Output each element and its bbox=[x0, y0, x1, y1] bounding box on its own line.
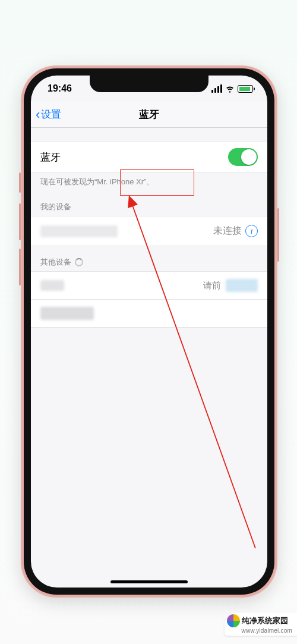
signal-icon bbox=[211, 84, 222, 93]
phone-notch bbox=[90, 76, 208, 92]
watermark-name: 纯净系统家园 bbox=[242, 615, 288, 626]
other-device-hint: 请前 bbox=[203, 280, 221, 291]
device-status: 未连接 bbox=[213, 225, 242, 237]
status-time: 19:46 bbox=[48, 83, 72, 94]
spinner-icon bbox=[75, 258, 83, 266]
info-icon[interactable]: i bbox=[245, 225, 258, 237]
phone-device-frame: 19:46 ‹ 设置 蓝牙 bbox=[21, 65, 277, 598]
watermark-badge: 纯净系统家园 www.yidaimei.com bbox=[225, 612, 297, 636]
blurred-chip bbox=[226, 279, 258, 292]
watermark-url: www.yidaimei.com bbox=[242, 627, 292, 634]
device-row[interactable]: 未连接 i bbox=[31, 216, 267, 246]
other-device-row[interactable]: 请前 bbox=[31, 271, 267, 300]
wifi-icon bbox=[225, 84, 235, 93]
device-name-blurred bbox=[40, 225, 118, 237]
bluetooth-switch[interactable] bbox=[228, 148, 258, 166]
home-indicator bbox=[110, 580, 188, 583]
battery-icon bbox=[238, 85, 253, 93]
bluetooth-label: 蓝牙 bbox=[40, 150, 61, 164]
other-devices-header: 其他设备 bbox=[31, 246, 267, 271]
back-label: 设置 bbox=[41, 108, 61, 121]
chevron-left-icon: ‹ bbox=[36, 108, 40, 121]
blurred-chip bbox=[40, 307, 94, 320]
nav-bar: ‹ 设置 蓝牙 bbox=[31, 102, 267, 128]
blurred-chip bbox=[40, 280, 64, 291]
phone-screen: 19:46 ‹ 设置 蓝牙 bbox=[31, 76, 267, 588]
page-title: 蓝牙 bbox=[31, 108, 267, 121]
discoverable-note: 现在可被发现为“Mr. iPhone Xr”。 bbox=[31, 173, 267, 191]
back-button[interactable]: ‹ 设置 bbox=[36, 108, 61, 121]
my-devices-header: 我的设备 bbox=[31, 191, 267, 216]
bluetooth-toggle-row[interactable]: 蓝牙 bbox=[31, 141, 267, 173]
other-device-row[interactable] bbox=[31, 300, 267, 328]
watermark-logo-icon bbox=[227, 614, 240, 627]
